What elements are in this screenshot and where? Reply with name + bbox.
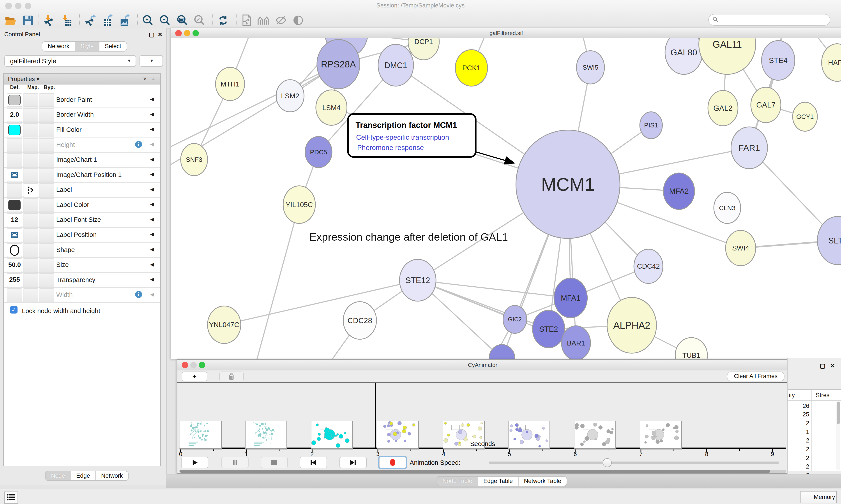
annotation-mcm1[interactable]: Transcription factor MCM1Cell-type-speci… [348,114,513,163]
export-table-button[interactable] [100,13,115,28]
collapse-arrow-icon[interactable]: ◀ [150,292,154,297]
collapse-arrow-icon[interactable]: ◀ [150,217,154,222]
bypass-cell[interactable] [39,168,54,182]
clear-all-frames-button[interactable]: Clear All Frames [727,372,785,382]
lock-size-checkbox[interactable]: ✓ [10,306,18,313]
default-value-cell[interactable] [7,183,22,197]
default-value-cell[interactable] [7,228,22,242]
open-folder-button[interactable] [3,13,18,28]
tab-network[interactable]: Network [42,42,75,51]
network-node-PCK1[interactable]: PCK1 [455,50,487,86]
property-row-label[interactable]: Label◀ [4,182,160,198]
collapse-arrow-icon[interactable]: ◀ [150,262,154,267]
float-panel-icon[interactable]: ▢ [149,31,155,38]
collapse-arrow-icon[interactable]: ◀ [150,111,154,117]
expand-all-icon[interactable]: ⩔ [143,75,146,82]
network-node-DCP1[interactable]: DCP1 [408,38,439,60]
tab-edge[interactable]: Edge [71,471,96,481]
property-row-label-position[interactable]: Label Position◀ [4,227,160,243]
property-row-transparency[interactable]: 255Transparency◀ [4,272,160,288]
mapping-cell[interactable] [23,288,38,302]
network-edge[interactable] [224,280,418,325]
column-header[interactable]: Stres [816,392,829,399]
tab-node-table[interactable]: Node Table [437,476,478,486]
bypass-cell[interactable] [39,138,54,152]
search-input[interactable] [708,14,830,25]
table-cell-value[interactable]: 2 [789,446,809,453]
network-node-GCY1[interactable]: GCY1 [793,102,817,131]
bypass-cell[interactable] [39,243,54,257]
bypass-cell[interactable] [39,288,54,302]
tab-node[interactable]: Node [46,471,71,481]
network-node-ALPHA2[interactable]: ALPHA2 [607,298,656,353]
task-history-button[interactable] [4,491,18,504]
tab-select[interactable]: Select [100,42,127,51]
default-value-cell[interactable] [7,288,22,302]
refresh-layout-button[interactable] [215,13,231,28]
network-node-LSM4[interactable]: LSM4 [316,90,347,125]
network-node-purple_cut[interactable] [489,345,515,359]
float-panel-icon[interactable]: ▢ [820,362,825,370]
default-value-cell[interactable] [7,153,22,167]
annotation-link[interactable]: Cell-type-specific transcription [356,133,449,141]
bypass-cell[interactable] [39,213,54,227]
network-node-PIS1[interactable]: PIS1 [640,112,662,139]
network-node-CDC42[interactable]: CDC42 [634,249,663,284]
network-node-STE2[interactable]: STE2 [532,310,565,348]
network-window-titlebar[interactable]: galFiltered.sif [171,28,841,38]
collapse-arrow-icon[interactable]: ◀ [150,157,154,162]
stop-button[interactable] [261,457,288,468]
zoom-selected-button[interactable]: ✓ [192,13,207,28]
network-node-GAL11[interactable]: GAL11 [699,38,756,74]
collapse-arrow-icon[interactable]: ◀ [150,247,154,252]
table-cell-value[interactable]: 2 [789,455,809,462]
mapping-cell[interactable] [23,273,38,287]
property-row-label-color[interactable]: Label Color◀ [4,197,160,213]
table-cell-value[interactable]: 2 [789,420,809,427]
close-panel-icon[interactable]: ✕ [158,31,162,38]
import-table-button[interactable] [59,13,74,28]
network-node-FAR1[interactable]: FAR1 [731,127,767,169]
mapping-cell[interactable] [23,243,38,257]
table-cell-value[interactable]: 26 [789,403,809,410]
bypass-cell[interactable] [39,228,54,242]
group-nodes-button[interactable] [256,13,272,28]
property-row-label-font-size[interactable]: 12Label Font Size◀ [4,212,160,228]
zoom-out-button[interactable]: − [158,13,173,28]
table-cell-value[interactable]: 2 [789,463,809,470]
collapse-arrow-icon[interactable]: ◀ [150,186,154,192]
bypass-cell[interactable] [39,183,54,197]
mapping-cell[interactable] [23,183,38,197]
mapping-cell[interactable] [23,123,38,137]
delete-frame-button[interactable] [219,372,244,382]
default-value-cell[interactable] [7,93,22,107]
tab-edge-table[interactable]: Edge Table [478,476,519,486]
mapping-cell[interactable] [23,258,38,272]
network-node-STE12[interactable]: STE12 [399,259,436,301]
tab-style[interactable]: Style [75,42,100,51]
record-button[interactable] [379,457,406,468]
properties-header[interactable]: Properties ▾ ⩔ ⩓ [4,74,160,85]
network-node-RPS28A[interactable]: RPS28A [317,40,360,89]
network-node-CLN3[interactable]: CLN3 [714,193,740,223]
network-node-YNL047C[interactable]: YNL047C [208,306,241,343]
bypass-cell[interactable] [39,273,54,287]
import-network-button[interactable] [42,13,57,28]
collapse-arrow-icon[interactable]: ◀ [150,126,154,132]
network-node-TUB1[interactable]: TUB1 [675,338,708,359]
node-table-grid[interactable]: ity Stres 26252122222 [788,389,841,471]
network-node-GAL2[interactable]: GAL2 [708,90,738,126]
mapping-cell[interactable] [23,168,38,182]
add-frame-button[interactable]: + [182,372,208,382]
default-value-cell[interactable] [7,243,22,257]
play-button[interactable] [181,457,208,468]
close-panel-icon[interactable]: ✕ [830,362,835,370]
table-scrollbar[interactable] [836,401,841,470]
network-node-BAR1[interactable]: BAR1 [561,326,590,359]
collapse-arrow-icon[interactable]: ◀ [150,201,154,207]
collapse-arrow-icon[interactable]: ◀ [150,141,154,147]
hide-selected-button[interactable] [273,13,289,28]
network-node-SWI5[interactable]: SWI5 [576,51,604,84]
network-node-CDC28[interactable]: CDC28 [343,302,376,339]
collapse-arrow-icon[interactable]: ◀ [150,231,154,237]
